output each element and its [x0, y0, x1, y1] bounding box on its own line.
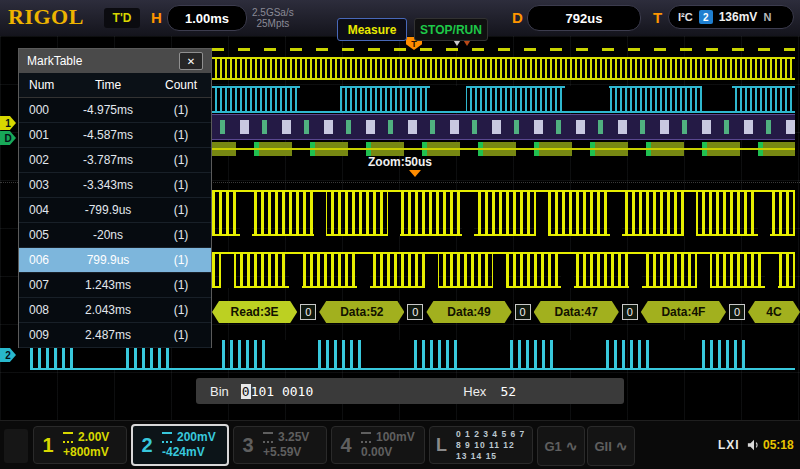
mark-table-header: Num Time Count — [19, 73, 211, 98]
cell-num: 007 — [19, 278, 65, 292]
decode-ack-bit: 0 — [407, 304, 423, 320]
mark-table-titlebar[interactable]: MarkTable ✕ — [19, 49, 211, 73]
channel-4-number: 4 — [338, 434, 354, 457]
table-row[interactable]: 003 -3.343ms (1) — [19, 173, 211, 198]
cell-count: (1) — [151, 103, 211, 117]
digital-channels-row2: 8 9 10 11 12 13 14 15 — [456, 440, 526, 462]
cell-num: 006 — [19, 253, 65, 267]
channel-2-offset: -424mV — [162, 445, 216, 460]
cell-num: 008 — [19, 303, 65, 317]
cell-time: -799.9us — [65, 203, 151, 217]
ch1-position-marker[interactable]: 1 — [0, 116, 16, 130]
channel-1-box[interactable]: 1 2.00V +800mV — [33, 426, 127, 464]
measure-button[interactable]: Measure — [337, 18, 407, 41]
table-row[interactable]: 005 -20ns (1) — [19, 223, 211, 248]
rigol-logo: RIGOL — [8, 4, 84, 30]
coupling-icon — [361, 432, 371, 443]
hex-label: Hex — [463, 384, 486, 399]
cell-time: 2.043ms — [65, 303, 151, 317]
cell-num: 002 — [19, 153, 65, 167]
coupling-icon — [63, 432, 73, 443]
table-row[interactable]: 008 2.043ms (1) — [19, 298, 211, 323]
cell-num: 004 — [19, 203, 65, 217]
table-row[interactable]: 004 -799.9us (1) — [19, 198, 211, 223]
channel-2-box[interactable]: 2 200mV -424mV — [131, 424, 229, 466]
generator-1-box[interactable]: G1 ∿ — [537, 426, 585, 466]
decode-block-data: Data:49 — [426, 301, 511, 323]
menu-button[interactable] — [4, 429, 28, 463]
lxi-status: LXI — [718, 438, 740, 452]
timebase-value[interactable]: 1.00ms — [167, 5, 247, 31]
cell-time: 799.9us — [65, 253, 151, 267]
cell-num: 003 — [19, 178, 65, 192]
close-icon[interactable]: ✕ — [179, 52, 203, 70]
memory-depth: 25Mpts — [252, 18, 294, 29]
channel-4-box[interactable]: 4 100mV 0.00V — [331, 426, 425, 464]
ch2-idle-segment — [300, 86, 340, 113]
column-time: Time — [65, 78, 151, 92]
speaker-icon — [747, 438, 761, 456]
channel-1-number: 1 — [40, 434, 56, 457]
cell-count: (1) — [151, 228, 211, 242]
channel-1-offset: +800mV — [63, 445, 109, 460]
decode-block-data: Data:4F — [641, 301, 726, 323]
cell-time: 2.487ms — [65, 328, 151, 342]
sine-wave-icon: ∿ — [616, 438, 628, 454]
cell-count: (1) — [151, 278, 211, 292]
generator-2-box[interactable]: GII ∿ — [587, 426, 635, 466]
bin-value: 101 0010 — [251, 384, 314, 399]
oscilloscope-screen: RIGOL T'D H 1.00ms 2.5GSa/s 25Mpts Measu… — [0, 0, 800, 469]
mark-table-window: MarkTable ✕ Num Time Count 000 -4.975ms … — [18, 48, 212, 348]
table-row[interactable]: 009 2.487ms (1) — [19, 323, 211, 348]
trigger-level: 136mV — [719, 10, 758, 24]
stop-run-button[interactable]: STOP/RUN — [414, 18, 488, 41]
delay-label: D — [512, 9, 523, 26]
column-num: Num — [19, 78, 65, 92]
delay-value[interactable]: 792us — [527, 5, 641, 31]
sample-rate: 2.5GSa/s — [252, 7, 294, 18]
channel-3-number: 3 — [240, 434, 256, 457]
coupling-icon — [162, 432, 172, 443]
cell-time: -4.587ms — [65, 128, 151, 142]
cell-num: 000 — [19, 103, 65, 117]
trigger-source-badge: 2 — [699, 10, 713, 24]
table-row[interactable]: 001 -4.587ms (1) — [19, 123, 211, 148]
trigger-type: I²C — [678, 11, 693, 23]
table-row-selected[interactable]: 006 799.9us (1) — [19, 248, 211, 273]
table-row[interactable]: 002 -3.787ms (1) — [19, 148, 211, 173]
decode-ack-bit: 0 — [515, 304, 531, 320]
table-row[interactable]: 000 -4.975ms (1) — [19, 98, 211, 123]
trigger-label: T — [653, 9, 662, 26]
cell-count: (1) — [151, 153, 211, 167]
cell-num: 001 — [19, 128, 65, 142]
table-row[interactable]: 007 1.243ms (1) — [19, 273, 211, 298]
bus-position-marker[interactable]: D — [0, 131, 16, 145]
trigger-settings[interactable]: I²C 2 136mV N — [668, 5, 794, 29]
cell-count: (1) — [151, 328, 211, 342]
cell-count: (1) — [151, 303, 211, 317]
ch2-idle-segment — [565, 86, 609, 113]
coupling-icon — [263, 432, 273, 443]
bin-cursor-digit: 0 — [241, 384, 251, 399]
decode-block-data: Data:52 — [319, 301, 404, 323]
cell-num: 005 — [19, 228, 65, 242]
hex-value: 52 — [500, 384, 516, 399]
ch2-position-marker[interactable]: 2 — [0, 348, 16, 362]
horizontal-label: H — [151, 9, 162, 26]
channel-1-scale: 2.00V — [78, 430, 109, 445]
logic-analyzer-label: L — [436, 435, 447, 456]
cell-time: -3.787ms — [65, 153, 151, 167]
logic-analyzer-box[interactable]: L 0 1 2 3 4 5 6 7 8 9 10 11 12 13 14 15 — [429, 426, 533, 464]
cell-time: 1.243ms — [65, 278, 151, 292]
decode-ack-bit: 0 — [300, 304, 316, 320]
decode-block-data: 4C — [748, 301, 800, 323]
cell-count: (1) — [151, 128, 211, 142]
channel-3-box[interactable]: 3 3.25V +5.59V — [233, 426, 327, 464]
generator-2-label: GII — [594, 439, 611, 454]
digital-channels-row1: 0 1 2 3 4 5 6 7 — [456, 429, 526, 440]
cell-count: (1) — [151, 203, 211, 217]
generator-1-label: G1 — [544, 439, 561, 454]
channel-3-scale: 3.25V — [278, 430, 309, 445]
bottom-status-bar: 1 2.00V +800mV 2 200mV -424mV 3 3.25V +5… — [0, 420, 800, 469]
decode-block-read: Read:3E — [212, 301, 297, 323]
